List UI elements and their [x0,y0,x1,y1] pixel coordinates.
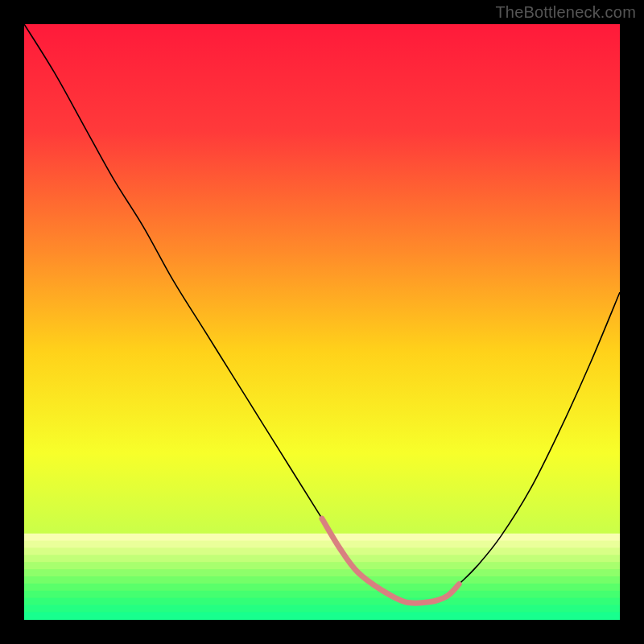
band-stripe [24,612,620,620]
chart-frame: TheBottleneck.com [0,0,644,644]
band-stripe [24,576,620,584]
watermark-text: TheBottleneck.com [495,3,636,22]
band-stripe [24,562,620,569]
band-stripe [24,598,620,605]
band-stripe [24,555,620,562]
chart-svg [24,24,620,620]
band-stripe [24,541,620,548]
bottom-band [24,534,620,620]
plot-area [24,24,620,620]
chart-background [24,24,620,620]
band-stripe [24,569,620,576]
band-stripe [24,605,620,613]
band-stripe [24,547,620,555]
band-stripe [24,591,620,598]
band-stripe [24,584,620,591]
band-stripe [24,534,620,541]
